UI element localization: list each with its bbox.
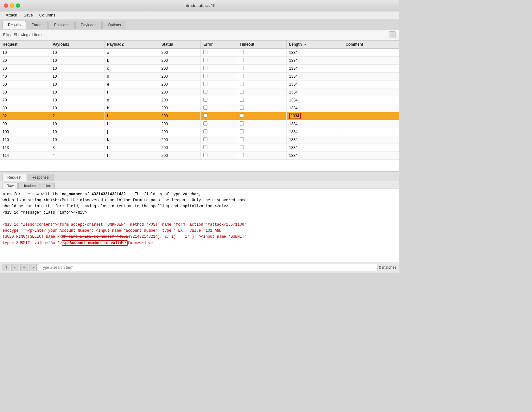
timeout-checkbox[interactable] bbox=[240, 145, 244, 149]
cell-timeout bbox=[237, 80, 287, 88]
tab-results[interactable]: Results bbox=[3, 21, 26, 29]
table-row[interactable]: 113 3 l 200 1334 bbox=[0, 144, 399, 152]
menu-save[interactable]: Save bbox=[20, 12, 36, 18]
cell-payload1: 10 bbox=[50, 120, 104, 128]
col-header-error[interactable]: Error bbox=[201, 41, 237, 48]
error-checkbox[interactable] bbox=[203, 129, 207, 133]
col-header-comment[interactable]: Comment bbox=[343, 41, 399, 48]
cell-error bbox=[201, 144, 237, 152]
table-row[interactable]: 114 4 l 200 1334 bbox=[0, 152, 399, 160]
cell-payload1: 10 bbox=[50, 80, 104, 88]
table-row[interactable]: 70 10 g 200 1334 bbox=[0, 96, 399, 104]
col-header-payload2[interactable]: Payload2 bbox=[104, 41, 159, 48]
tab-payloads[interactable]: Payloads bbox=[75, 21, 102, 29]
tab-raw[interactable]: Raw bbox=[3, 183, 18, 189]
cell-comment bbox=[343, 48, 399, 57]
col-header-request[interactable]: Request bbox=[0, 41, 50, 48]
cell-error bbox=[201, 48, 237, 57]
tab-hex[interactable]: Hex bbox=[41, 183, 55, 189]
timeout-checkbox[interactable] bbox=[240, 66, 244, 70]
cell-length: 1334 bbox=[287, 104, 343, 112]
tab-response[interactable]: Response bbox=[27, 174, 54, 181]
filter-help-button[interactable]: ? bbox=[389, 31, 396, 38]
minimize-button[interactable] bbox=[10, 3, 14, 8]
table-row[interactable]: 40 10 d 200 1334 bbox=[0, 73, 399, 80]
cell-error bbox=[201, 152, 237, 160]
results-table-container[interactable]: Request Payload1 Payload2 Status Error T… bbox=[0, 41, 399, 171]
tab-request[interactable]: Request bbox=[3, 174, 26, 181]
error-checkbox[interactable] bbox=[203, 106, 207, 110]
timeout-checkbox[interactable] bbox=[240, 50, 244, 54]
tab-positions[interactable]: Positions bbox=[48, 21, 75, 29]
search-prev-button[interactable]: < bbox=[11, 264, 19, 271]
error-checkbox[interactable] bbox=[203, 66, 207, 70]
cell-status: 200 bbox=[159, 120, 200, 128]
cell-payload1: 10 bbox=[50, 57, 104, 65]
error-checkbox[interactable] bbox=[203, 113, 207, 118]
cell-error bbox=[201, 112, 237, 120]
timeout-checkbox[interactable] bbox=[240, 121, 244, 126]
cell-timeout bbox=[237, 65, 287, 73]
timeout-checkbox[interactable] bbox=[240, 137, 244, 141]
maximize-button[interactable] bbox=[16, 3, 20, 8]
error-checkbox[interactable] bbox=[203, 74, 207, 78]
search-next-button[interactable]: > bbox=[29, 264, 37, 271]
col-header-payload1[interactable]: Payload1 bbox=[50, 41, 104, 48]
table-row[interactable]: 80 10 h 200 1334 bbox=[0, 104, 399, 112]
col-header-status[interactable]: Status bbox=[159, 41, 200, 48]
response-content-area[interactable]: pins for the row with the cc_number of 4… bbox=[0, 189, 399, 262]
cell-request: 110 bbox=[0, 136, 50, 144]
cell-timeout bbox=[237, 73, 287, 80]
table-row[interactable]: 20 10 b 200 1334 bbox=[0, 57, 399, 65]
cell-length: 1334 bbox=[287, 96, 343, 104]
bottom-pane: Request Response Raw Headers Hex pins fo… bbox=[0, 171, 399, 273]
col-header-length[interactable]: Length ▼ bbox=[287, 41, 343, 48]
table-row[interactable]: 30 10 c 200 1334 bbox=[0, 65, 399, 73]
table-row[interactable]: 90 10 i 200 1334 bbox=[0, 120, 399, 128]
tab-target[interactable]: Target bbox=[27, 21, 48, 29]
error-checkbox[interactable] bbox=[203, 153, 207, 157]
error-checkbox[interactable] bbox=[203, 82, 207, 86]
timeout-checkbox[interactable] bbox=[240, 74, 244, 78]
timeout-checkbox[interactable] bbox=[240, 90, 244, 94]
close-button[interactable] bbox=[4, 3, 8, 8]
cell-comment bbox=[343, 136, 399, 144]
cell-payload2: g bbox=[104, 96, 159, 104]
menu-attack[interactable]: Attack bbox=[3, 12, 20, 18]
timeout-checkbox[interactable] bbox=[240, 98, 244, 102]
error-checkbox[interactable] bbox=[203, 58, 207, 62]
table-row[interactable]: 100 10 j 200 1334 bbox=[0, 128, 399, 136]
table-row[interactable]: 82 2 i 200 1334 bbox=[0, 112, 399, 120]
table-row[interactable]: 60 10 f 200 1334 bbox=[0, 88, 399, 96]
menu-columns[interactable]: Columns bbox=[36, 12, 59, 18]
timeout-checkbox[interactable] bbox=[240, 129, 244, 133]
tab-headers[interactable]: Headers bbox=[18, 183, 40, 189]
cell-length: 1334 bbox=[287, 136, 343, 144]
error-checkbox[interactable] bbox=[203, 137, 207, 141]
timeout-checkbox[interactable] bbox=[240, 113, 244, 118]
timeout-checkbox[interactable] bbox=[240, 82, 244, 86]
cell-payload2: k bbox=[104, 136, 159, 144]
error-checkbox[interactable] bbox=[203, 90, 207, 94]
cell-payload2: l bbox=[104, 152, 159, 160]
error-checkbox[interactable] bbox=[203, 50, 207, 54]
search-add-button[interactable]: + bbox=[20, 264, 28, 271]
cell-payload2: j bbox=[104, 128, 159, 136]
cell-length: 1334 bbox=[287, 80, 343, 88]
search-input[interactable] bbox=[38, 264, 378, 271]
timeout-checkbox[interactable] bbox=[240, 106, 244, 110]
col-header-timeout[interactable]: Timeout bbox=[237, 41, 287, 48]
error-checkbox[interactable] bbox=[203, 145, 207, 149]
table-row[interactable]: 110 10 k 200 1334 bbox=[0, 136, 399, 144]
timeout-checkbox[interactable] bbox=[240, 153, 244, 157]
table-row[interactable]: 10 10 a 200 1334 bbox=[0, 48, 399, 57]
cell-error bbox=[201, 104, 237, 112]
error-checkbox[interactable] bbox=[203, 98, 207, 102]
error-checkbox[interactable] bbox=[203, 121, 207, 126]
tab-options[interactable]: Options bbox=[102, 21, 126, 29]
table-row[interactable]: 50 10 e 200 1334 bbox=[0, 80, 399, 88]
cell-status: 200 bbox=[159, 73, 200, 80]
cell-error bbox=[201, 57, 237, 65]
timeout-checkbox[interactable] bbox=[240, 58, 244, 62]
search-help-button[interactable]: ? bbox=[3, 264, 10, 271]
